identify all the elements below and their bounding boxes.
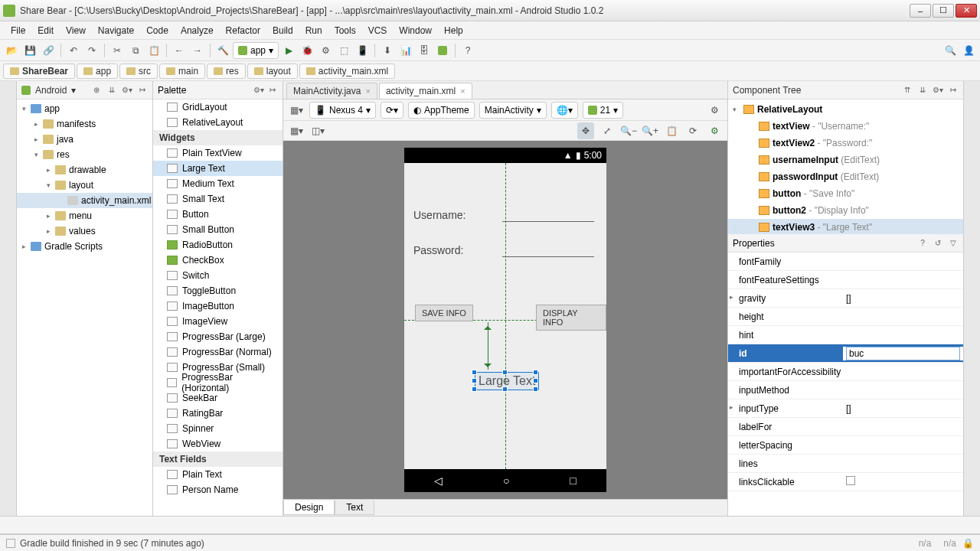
run-icon[interactable]: ▶ [280,42,297,59]
save-info-button[interactable]: SAVE INFO [415,305,473,321]
component-tree-item[interactable]: button2 - "Display Info" [728,202,963,219]
settings-icon[interactable]: ⚙ [706,122,723,139]
property-row[interactable]: ▸inputType[] [728,399,963,418]
menu-run[interactable]: Run [299,23,328,38]
property-row[interactable]: height [728,308,963,326]
component-tree[interactable]: ▾RelativeLayout textView - "Username:" t… [728,99,963,234]
breadcrumb[interactable]: res [207,64,246,79]
display-info-button[interactable]: DISPLAY INFO [536,305,606,331]
palette-item[interactable]: Plain Text [153,467,283,482]
palette-item[interactable]: WebView [153,436,283,452]
palette-item[interactable]: ImageButton [153,298,283,314]
zoom-mode-icon[interactable]: ◫▾ [309,122,326,139]
design-text-tab[interactable]: Text [335,500,374,515]
undo-icon[interactable]: ↶ [65,42,82,59]
property-row[interactable]: ▸gravity[] [728,289,963,308]
property-row[interactable]: linksClickable [728,473,963,491]
sdk-manager-icon[interactable]: ⬇ [379,42,396,59]
palette-item[interactable]: RelativeLayout [153,115,283,130]
editor-tab[interactable]: activity_main.xml× [379,83,472,99]
hide-icon[interactable]: ↦ [137,85,148,96]
lock-icon[interactable]: 🔒 [962,538,974,549]
api-dropdown[interactable]: 21▾ [583,102,623,119]
memory-icon[interactable]: 🗄 [416,42,433,59]
palette-item[interactable]: ImageView [153,314,283,329]
debug-icon[interactable]: 🐞 [299,42,315,59]
project-tree-item[interactable]: ▸drawable [17,162,152,178]
menu-refactor[interactable]: Refactor [220,23,266,38]
project-tree-item[interactable]: ▸Gradle Scripts [17,239,152,254]
palette-item[interactable]: ToggleButton [153,283,283,298]
palette-item[interactable]: GridLayout [153,99,283,115]
design-mode-icon[interactable]: ▦▾ [288,102,305,119]
project-tree-item[interactable]: ▸values [17,223,152,239]
breadcrumb[interactable]: main [159,64,205,79]
palette-gear-icon[interactable]: ⚙▾ [253,85,264,96]
copy-icon[interactable]: ⧉ [127,42,144,59]
menu-edit[interactable]: Edit [31,23,60,38]
expand-icon[interactable]: ⇈ [902,85,913,96]
design-gear-icon[interactable]: ⚙ [706,102,723,119]
zoom-out-icon[interactable]: 🔍− [620,122,637,139]
run-config-dropdown[interactable]: app ▾ [233,42,279,59]
project-tree-item[interactable]: ▸java [17,132,152,147]
project-tree-item[interactable]: ▾res [17,147,152,162]
property-row[interactable]: importantForAccessibility [728,363,963,381]
right-gutter[interactable] [963,81,980,516]
build-icon[interactable]: 🔨 [214,42,231,59]
ddms-icon[interactable]: 📊 [397,42,414,59]
collapse-icon[interactable]: ⇊ [917,85,928,96]
palette-item[interactable]: ProgressBar (Large) [153,329,283,344]
device-dropdown[interactable]: 📱Nexus 4▾ [309,102,376,119]
property-row[interactable]: labelFor [728,418,963,436]
android-icon2[interactable] [434,42,451,59]
palette-item[interactable]: Medium Text [153,176,283,191]
menu-build[interactable]: Build [266,23,299,38]
project-tree-item[interactable]: ▸menu [17,208,152,223]
property-row[interactable]: letterSpacing [728,436,963,455]
menu-vcs[interactable]: VCS [362,23,394,38]
project-tree-item[interactable]: activity_main.xml [17,193,152,208]
refresh-icon[interactable]: ⟳ [684,122,701,139]
tool-window-bar[interactable] [0,516,980,534]
component-tree-item[interactable]: textView2 - "Password:" [728,135,963,152]
props-filter-icon[interactable]: ▽ [948,238,959,249]
breadcrumb[interactable]: layout [247,64,298,79]
palette-item[interactable]: Spinner [153,421,283,436]
palette-list[interactable]: GridLayoutRelativeLayoutWidgetsPlain Tex… [153,99,283,516]
collapse-all-icon[interactable]: ⇊ [106,85,117,96]
breadcrumb[interactable]: activity_main.xml [299,64,395,79]
property-row[interactable]: fontFamily [728,253,963,271]
theme-dropdown[interactable]: ◐AppTheme [408,102,475,119]
project-tree-item[interactable]: ▸manifests [17,116,152,132]
palette-hide-icon[interactable]: ↦ [267,85,278,96]
breadcrumb[interactable]: ShareBear [3,64,75,79]
project-tree-item[interactable]: ▾app [17,101,152,116]
palette-item[interactable]: CheckBox [153,253,283,268]
menu-navigate[interactable]: Navigate [92,23,140,38]
property-id-input[interactable] [846,347,960,360]
avd-manager-icon[interactable]: 📱 [354,42,371,59]
palette-item[interactable]: RadioButton [153,237,283,253]
zoom-fit-icon[interactable]: ⤢ [599,122,616,139]
palette-item[interactable]: ProgressBar (Normal) [153,344,283,360]
activity-dropdown[interactable]: MainActivity▾ [479,102,547,119]
menu-code[interactable]: Code [140,23,175,38]
close-button[interactable]: ✕ [956,4,977,18]
project-tree-item[interactable]: ▾layout [17,178,152,193]
locale-dropdown[interactable]: 🌐▾ [551,102,578,119]
close-icon[interactable]: × [365,86,370,96]
open-icon[interactable]: 📂 [3,42,20,59]
palette-item[interactable]: Plain TextView [153,145,283,161]
property-row[interactable]: id [728,344,963,363]
back-icon[interactable]: ← [171,42,188,59]
design-text-tab[interactable]: Design [283,500,335,515]
editor-tab[interactable]: MainActivity.java× [286,83,377,99]
project-tree[interactable]: ▾app▸manifests▸java▾res▸drawable▾layout … [17,99,152,516]
ctree-hide-icon[interactable]: ↦ [948,85,959,96]
show-constraints-icon[interactable]: ▦▾ [288,122,305,139]
orientation-dropdown[interactable]: ⟳▾ [381,102,403,119]
pan-icon[interactable]: ✥ [577,122,594,139]
menu-view[interactable]: View [60,23,92,38]
minimize-button[interactable]: – [910,4,931,18]
